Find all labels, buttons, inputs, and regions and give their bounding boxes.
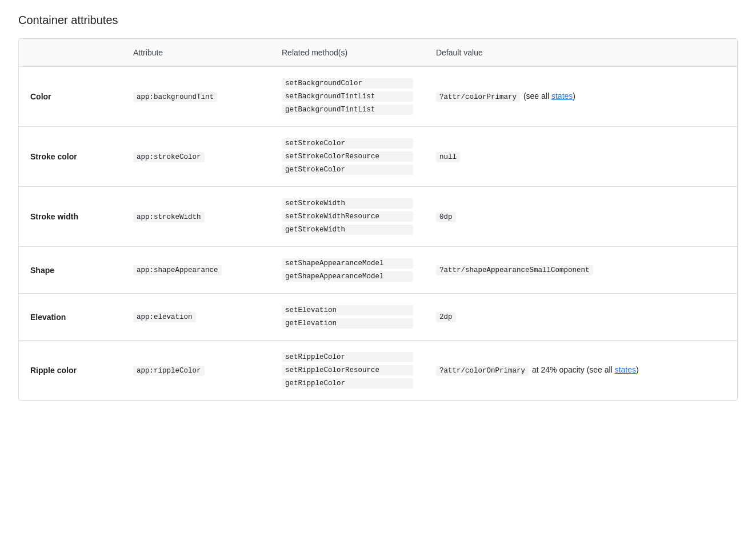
attribute-chip: app:rippleColor bbox=[133, 366, 205, 376]
row-attribute: app:shapeAppearance bbox=[122, 247, 270, 294]
row-label: Ripple color bbox=[19, 341, 122, 401]
method-chip: setStrokeWidthResource bbox=[282, 211, 413, 222]
default-chip: null bbox=[436, 152, 460, 162]
method-chip: getShapeAppearanceModel bbox=[282, 271, 413, 282]
method-chip: setStrokeColor bbox=[282, 138, 413, 149]
row-default: 0dp bbox=[425, 187, 737, 247]
method-chip: setRippleColorResource bbox=[282, 365, 413, 375]
header-row: Attribute Related method(s) Default valu… bbox=[19, 39, 737, 67]
row-methods: setBackgroundColorsetBackgroundTintListg… bbox=[270, 67, 425, 127]
row-methods: setElevationgetElevation bbox=[270, 294, 425, 341]
table-row: Stroke widthapp:strokeWidthsetStrokeWidt… bbox=[19, 187, 737, 247]
header-col-methods: Related method(s) bbox=[270, 39, 425, 67]
table-row: Ripple colorapp:rippleColorsetRippleColo… bbox=[19, 341, 737, 401]
method-chip: setStrokeColorResource bbox=[282, 151, 413, 162]
method-chip: getRippleColor bbox=[282, 378, 413, 389]
default-chip: ?attr/colorPrimary bbox=[436, 92, 520, 102]
method-chip: setRippleColor bbox=[282, 352, 413, 362]
row-methods: setRippleColorsetRippleColorResourcegetR… bbox=[270, 341, 425, 401]
methods-list: setStrokeColorsetStrokeColorResourcegetS… bbox=[282, 138, 413, 175]
table-row: Elevationapp:elevationsetElevationgetEle… bbox=[19, 294, 737, 341]
row-methods: setStrokeWidthsetStrokeWidthResourcegetS… bbox=[270, 187, 425, 247]
method-chip: getElevation bbox=[282, 318, 413, 329]
method-chip: setStrokeWidth bbox=[282, 198, 413, 209]
attribute-chip: app:backgroundTint bbox=[133, 92, 217, 102]
row-label: Color bbox=[19, 67, 122, 127]
states-link[interactable]: states bbox=[615, 365, 636, 374]
page-title: Container attributes bbox=[18, 14, 738, 27]
table-body: Colorapp:backgroundTintsetBackgroundColo… bbox=[19, 67, 737, 401]
attribute-chip: app:elevation bbox=[133, 312, 196, 322]
table-row: Stroke colorapp:strokeColorsetStrokeColo… bbox=[19, 127, 737, 187]
row-label: Elevation bbox=[19, 294, 122, 341]
table-row: Colorapp:backgroundTintsetBackgroundColo… bbox=[19, 67, 737, 127]
row-attribute: app:elevation bbox=[122, 294, 270, 341]
row-attribute: app:rippleColor bbox=[122, 341, 270, 401]
row-default: null bbox=[425, 127, 737, 187]
row-methods: setShapeAppearanceModelgetShapeAppearanc… bbox=[270, 247, 425, 294]
methods-list: setStrokeWidthsetStrokeWidthResourcegetS… bbox=[282, 198, 413, 235]
row-methods: setStrokeColorsetStrokeColorResourcegetS… bbox=[270, 127, 425, 187]
row-default: 2dp bbox=[425, 294, 737, 341]
methods-list: setBackgroundColorsetBackgroundTintListg… bbox=[282, 78, 413, 115]
default-chip: ?attr/shapeAppearanceSmallComponent bbox=[436, 265, 593, 275]
method-chip: setElevation bbox=[282, 305, 413, 315]
row-attribute: app:backgroundTint bbox=[122, 67, 270, 127]
attribute-chip: app:strokeColor bbox=[133, 152, 205, 162]
methods-list: setElevationgetElevation bbox=[282, 305, 413, 329]
header-col-default: Default value bbox=[425, 39, 737, 67]
row-default: ?attr/colorPrimary (see all states) bbox=[425, 67, 737, 127]
states-link[interactable]: states bbox=[551, 91, 573, 101]
header-col-label bbox=[19, 39, 122, 67]
row-label: Shape bbox=[19, 247, 122, 294]
row-default: ?attr/shapeAppearanceSmallComponent bbox=[425, 247, 737, 294]
attributes-table-wrapper: Attribute Related method(s) Default valu… bbox=[18, 38, 738, 401]
header-col-attribute: Attribute bbox=[122, 39, 270, 67]
attribute-chip: app:strokeWidth bbox=[133, 212, 205, 222]
attribute-chip: app:shapeAppearance bbox=[133, 265, 222, 275]
method-chip: getStrokeWidth bbox=[282, 225, 413, 235]
methods-list: setShapeAppearanceModelgetShapeAppearanc… bbox=[282, 258, 413, 282]
table-header: Attribute Related method(s) Default valu… bbox=[19, 39, 737, 67]
row-label: Stroke width bbox=[19, 187, 122, 247]
default-chip: 0dp bbox=[436, 212, 456, 222]
default-chip: 2dp bbox=[436, 312, 456, 322]
table-row: Shapeapp:shapeAppearancesetShapeAppearan… bbox=[19, 247, 737, 294]
attributes-table: Attribute Related method(s) Default valu… bbox=[19, 39, 737, 400]
method-chip: setBackgroundColor bbox=[282, 78, 413, 89]
row-attribute: app:strokeColor bbox=[122, 127, 270, 187]
method-chip: setBackgroundTintList bbox=[282, 91, 413, 102]
row-attribute: app:strokeWidth bbox=[122, 187, 270, 247]
method-chip: getStrokeColor bbox=[282, 165, 413, 175]
method-chip: setShapeAppearanceModel bbox=[282, 258, 413, 269]
row-label: Stroke color bbox=[19, 127, 122, 187]
methods-list: setRippleColorsetRippleColorResourcegetR… bbox=[282, 352, 413, 389]
method-chip: getBackgroundTintList bbox=[282, 105, 413, 115]
default-chip: ?attr/colorOnPrimary bbox=[436, 366, 529, 376]
row-default: ?attr/colorOnPrimary at 24% opacity (see… bbox=[425, 341, 737, 401]
